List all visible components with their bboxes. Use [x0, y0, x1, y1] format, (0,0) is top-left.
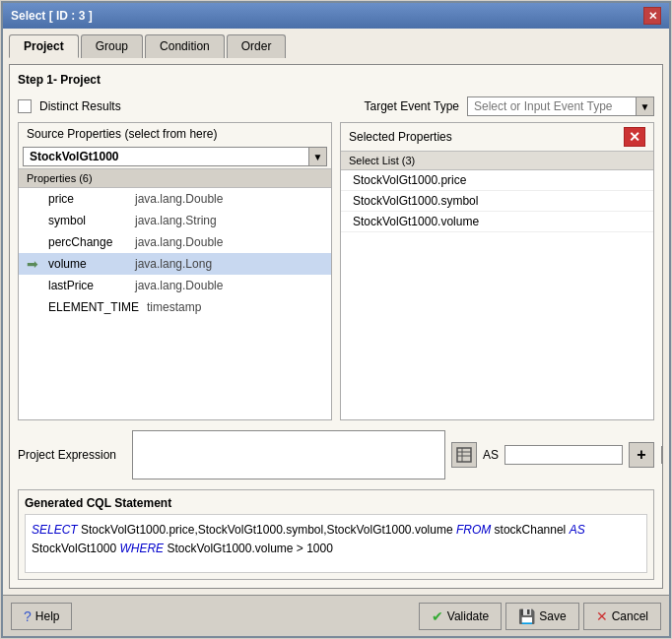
- as-target: StockVolGt1000: [32, 542, 119, 555]
- table-icon: [456, 447, 472, 463]
- property-type: java.lang.Double: [135, 279, 223, 292]
- as-arrow[interactable]: ▼: [661, 446, 663, 464]
- svg-rect-0: [457, 448, 471, 462]
- property-row[interactable]: ➡ volume java.lang.Long: [19, 253, 331, 275]
- property-name: symbol: [48, 214, 127, 227]
- from-source: stockChannel: [491, 523, 569, 537]
- distinct-results-checkbox[interactable]: [18, 99, 32, 113]
- step-title: Step 1- Project: [18, 73, 654, 87]
- options-row: Distinct Results Target Event Type ▼: [18, 96, 654, 116]
- footer-left: ? Help: [11, 603, 72, 630]
- property-type: java.lang.String: [135, 214, 217, 227]
- help-label: Help: [35, 609, 60, 623]
- selected-properties-header: Selected Properties ✕: [341, 123, 653, 151]
- validate-icon: ✔: [432, 608, 443, 624]
- select-fields: StockVolGt1000.price,StockVolGt1000.symb…: [78, 523, 456, 537]
- source-combo[interactable]: ▼: [23, 147, 327, 166]
- properties-header: Properties (6): [19, 168, 331, 188]
- add-expression-button[interactable]: +: [629, 442, 654, 468]
- tab-group[interactable]: Group: [81, 34, 143, 58]
- cancel-icon: ✕: [596, 608, 608, 624]
- save-label: Save: [539, 609, 566, 623]
- save-button[interactable]: 💾 Save: [505, 603, 578, 630]
- validate-label: Validate: [447, 609, 489, 623]
- project-expression-label: Project Expression: [18, 448, 126, 462]
- as-combo[interactable]: ▼: [504, 445, 623, 465]
- selected-properties-panel: Selected Properties ✕ Select List (3) St…: [340, 122, 654, 420]
- source-combo-arrow[interactable]: ▼: [308, 148, 326, 165]
- window-title: Select [ ID : 3 ]: [11, 9, 93, 23]
- property-name: lastPrice: [48, 279, 127, 292]
- help-button[interactable]: ? Help: [11, 603, 72, 630]
- tab-order[interactable]: Order: [227, 34, 287, 58]
- property-row[interactable]: ELEMENT_TIME timestamp: [19, 296, 331, 318]
- property-arrow: ➡: [27, 256, 40, 272]
- cql-section: Generated CQL Statement SELECT StockVolG…: [18, 489, 654, 580]
- properties-list: price java.lang.Double symbol java.lang.…: [19, 188, 331, 419]
- selected-item[interactable]: StockVolGt1000.symbol: [341, 191, 653, 212]
- project-expression-input[interactable]: [132, 430, 445, 479]
- selected-item[interactable]: StockVolGt1000.volume: [341, 212, 653, 232]
- where-keyword: WHERE: [119, 542, 164, 555]
- property-type: java.lang.Double: [135, 192, 223, 206]
- property-type: timestamp: [147, 300, 201, 314]
- cql-content: SELECT StockVolGt1000.price,StockVolGt10…: [25, 514, 647, 573]
- main-panel: Step 1- Project Distinct Results Target …: [9, 64, 663, 589]
- event-type-combo[interactable]: ▼: [467, 96, 654, 116]
- property-type: java.lang.Long: [135, 257, 212, 271]
- property-row[interactable]: price java.lang.Double: [19, 188, 331, 210]
- footer: ? Help ✔ Validate 💾 Save ✕ Cancel: [3, 595, 669, 636]
- tab-project[interactable]: Project: [9, 34, 79, 58]
- title-bar: Select [ ID : 3 ] ✕: [3, 3, 669, 29]
- cql-title: Generated CQL Statement: [25, 496, 647, 510]
- tab-condition[interactable]: Condition: [145, 34, 225, 58]
- selected-items-list: StockVolGt1000.priceStockVolGt1000.symbo…: [341, 170, 653, 419]
- from-keyword: FROM: [456, 523, 491, 537]
- cancel-button[interactable]: ✕ Cancel: [583, 603, 661, 630]
- selected-item[interactable]: StockVolGt1000.price: [341, 170, 653, 191]
- distinct-results-label: Distinct Results: [39, 99, 121, 113]
- property-name: volume: [48, 257, 127, 271]
- event-type-input[interactable]: [468, 97, 636, 115]
- property-row[interactable]: symbol java.lang.String: [19, 210, 331, 231]
- source-properties-title: Source Properties (select from here): [19, 123, 331, 145]
- property-row[interactable]: lastPrice java.lang.Double: [19, 275, 331, 296]
- property-name: price: [48, 192, 127, 206]
- select-keyword: SELECT: [32, 523, 78, 537]
- property-type: java.lang.Double: [135, 235, 223, 249]
- source-input[interactable]: [24, 148, 308, 165]
- property-row[interactable]: percChange java.lang.Double: [19, 231, 331, 253]
- event-type-arrow[interactable]: ▼: [636, 97, 653, 115]
- delete-selected-button[interactable]: ✕: [624, 127, 645, 147]
- save-icon: 💾: [518, 608, 535, 624]
- project-expression-row: Project Expression AS ▼ +: [18, 426, 654, 483]
- tab-bar: Project Group Condition Order: [9, 34, 663, 58]
- property-name: percChange: [48, 235, 127, 249]
- expression-builder-button[interactable]: [451, 442, 477, 468]
- window-body: Project Group Condition Order Step 1- Pr…: [3, 29, 669, 595]
- cancel-label: Cancel: [612, 609, 648, 623]
- help-icon: ?: [24, 608, 32, 624]
- main-window: Select [ ID : 3 ] ✕ Project Group Condit…: [1, 1, 671, 638]
- as-keyword: AS: [570, 523, 585, 537]
- validate-button[interactable]: ✔ Validate: [419, 603, 502, 630]
- source-properties-panel: Source Properties (select from here) ▼ P…: [18, 122, 332, 420]
- selected-properties-title: Selected Properties: [349, 130, 452, 144]
- target-event-type-label: Target Event Type: [364, 99, 459, 113]
- footer-right: ✔ Validate 💾 Save ✕ Cancel: [419, 603, 661, 630]
- properties-panels: Source Properties (select from here) ▼ P…: [18, 122, 654, 420]
- as-label: AS: [483, 448, 499, 462]
- select-list-header: Select List (3): [341, 151, 653, 170]
- property-name: ELEMENT_TIME: [48, 300, 139, 314]
- close-button[interactable]: ✕: [643, 7, 661, 25]
- where-condition: StockVolGt1000.volume > 1000: [164, 542, 333, 555]
